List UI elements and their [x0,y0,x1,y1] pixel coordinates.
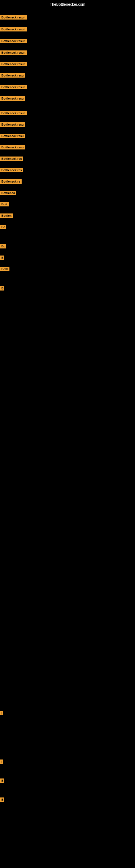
bottleneck-result-badge: Bottleneck resu [0,134,25,138]
bottleneck-result-badge: B [0,798,4,802]
bottleneck-result-badge: B [0,255,4,260]
bottleneck-result-badge: Bott [0,202,9,207]
bottleneck-result-badge: Bottleneck result [0,85,27,89]
bottleneck-result-badge: Bo [0,244,6,248]
bottleneck-result-badge: Bottlenec [0,191,16,195]
bottleneck-result-badge: Bottleneck resu [0,73,25,78]
bottleneck-result-badge: Bottleneck result [0,39,27,43]
bottleneck-result-badge: Bottlen [0,214,13,218]
bottleneck-result-badge: | [0,711,3,715]
bottleneck-result-badge: Bottleneck resu [0,96,25,101]
bottleneck-result-badge: B [0,286,4,290]
bottleneck-result-badge: Bottleneck resu [0,122,25,127]
bottleneck-result-badge: Bottleneck result [0,111,27,115]
bottleneck-result-badge: Bottleneck res [0,156,23,161]
bottleneck-result-badge: Bottleneck re [0,179,21,184]
bottleneck-result-badge: Bottleneck result [0,51,27,55]
bottleneck-result-badge: Bo [0,225,6,229]
bottleneck-result-badge: Bottleneck result [0,27,27,31]
bottleneck-result-badge: | [0,760,3,764]
bottleneck-result-badge: Bottl [0,267,9,271]
bottleneck-result-badge: Bottleneck res [0,168,23,172]
bottleneck-result-badge: Bottleneck result [0,62,27,66]
bottleneck-result-badge: B [0,778,4,783]
bottleneck-result-badge: Bottleneck result [0,15,27,20]
bottleneck-result-badge: Bottleneck resu [0,145,25,150]
site-title: TheBottlenecker.com [0,0,135,9]
